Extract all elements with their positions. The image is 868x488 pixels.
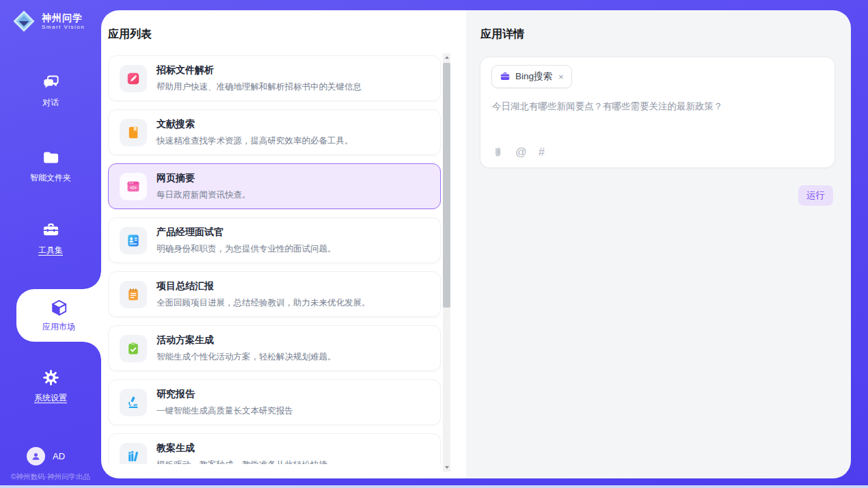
sidebar-item-toolbox[interactable]: 工具集	[0, 221, 101, 256]
app-card-desc: 模板驱动，教案秒成，教学准备从此轻松快捷	[157, 459, 327, 465]
web-code-icon	[120, 173, 147, 200]
user-profile[interactable]: AD	[27, 447, 65, 465]
app-card-title: 产品经理面试官	[157, 226, 336, 239]
paperclip-icon[interactable]	[492, 146, 504, 158]
tool-tag-label: Bing搜索	[515, 70, 552, 83]
sidebar-item-settings[interactable]: 系统设置	[0, 368, 101, 404]
app-card-literature[interactable]: 文献搜索 快速精准查找学术资源，提高研究效率的必备工具。	[108, 109, 441, 155]
run-button[interactable]: 运行	[798, 185, 833, 206]
edit-document-icon	[120, 65, 147, 92]
toolbox-icon	[42, 221, 60, 239]
app-card-web[interactable]: 网页摘要 每日政府新闻资讯快查。	[108, 163, 441, 209]
app-card-title: 研究报告	[157, 388, 293, 401]
app-detail-title: 应用详情	[480, 27, 524, 42]
sidebar-nav: 对话 智能文件夹 工具集 应用市场 系统设置	[0, 0, 101, 488]
app-card-desc: 智能生成个性化活动方案，轻松解决规划难题。	[157, 351, 336, 363]
user-initials: AD	[53, 451, 65, 461]
app-card-desc: 全面回顾项目进展，总结经验教训，助力未来优化发展。	[157, 297, 370, 309]
person-icon	[30, 450, 42, 462]
app-card-interview[interactable]: 产品经理面试官 明确身份和职责，为您提供专业性的面试问题。	[108, 217, 441, 263]
triangle-down-icon	[445, 466, 449, 469]
app-list-title: 应用列表	[108, 27, 152, 42]
content-area: 应用列表 招标文件解析 帮助用户快速、准确地理解和解析招标书中的关键信息 文献搜…	[101, 10, 851, 478]
app-card-lesson[interactable]: 教案生成 模板驱动，教案秒成，教学准备从此轻松快捷	[108, 433, 441, 464]
avatar[interactable]	[27, 447, 45, 465]
app-card-desc: 快速精准查找学术资源，提高研究效率的必备工具。	[157, 135, 353, 147]
notepad-icon	[120, 281, 147, 308]
interviewer-icon	[120, 227, 147, 254]
app-detail-panel: 应用详情 Bing搜索 × 今日湖北有哪些新闻要点？有哪些需要关注的最新政策？ …	[466, 10, 851, 478]
book-icon	[120, 119, 147, 146]
app-card-desc: 一键智能生成高质量长文本研究报告	[157, 405, 293, 417]
app-card-activity[interactable]: 活动方案生成 智能生成个性化活动方案，轻松解决规划难题。	[108, 325, 441, 371]
app-card-title: 招标文件解析	[157, 64, 362, 77]
at-mention-icon[interactable]: @	[515, 146, 527, 159]
app-card-title: 项目总结汇报	[157, 280, 370, 293]
app-card-summary[interactable]: 项目总结汇报 全面回顾项目进展，总结经验教训，助力未来优化发展。	[108, 271, 441, 317]
app-card-bid[interactable]: 招标文件解析 帮助用户快速、准确地理解和解析招标书中的关键信息	[108, 55, 441, 101]
app-list-panel: 应用列表 招标文件解析 帮助用户快速、准确地理解和解析招标书中的关键信息 文献搜…	[101, 10, 466, 478]
scrollbar-thumb[interactable]	[443, 63, 450, 308]
scroll-up-button[interactable]	[443, 53, 450, 62]
cube-icon	[50, 299, 68, 317]
sidebar: 神州问学 Smart Vision 对话 智能文件夹 工具集 应用市场 系统设置	[0, 0, 101, 488]
scrollbar[interactable]	[443, 53, 450, 472]
chat-bubbles-icon	[42, 73, 60, 92]
books-icon	[120, 443, 147, 465]
microscope-icon	[120, 389, 147, 416]
sidebar-footer: ©神州数码·神州问学出品	[0, 472, 101, 482]
close-icon[interactable]: ×	[558, 72, 564, 81]
hash-icon[interactable]: #	[539, 146, 545, 159]
app-card-desc: 每日政府新闻资讯快查。	[157, 189, 251, 201]
sidebar-item-market[interactable]: 应用市场	[16, 289, 101, 342]
app-card-list: 招标文件解析 帮助用户快速、准确地理解和解析招标书中的关键信息 文献搜索 快速精…	[108, 55, 441, 464]
app-card-title: 网页摘要	[157, 172, 251, 185]
app-card-title: 文献搜索	[157, 118, 353, 131]
query-card: Bing搜索 × 今日湖北有哪些新闻要点？有哪些需要关注的最新政策？ @ #	[480, 57, 835, 168]
attachment-toolbar: @ #	[492, 146, 545, 159]
briefcase-icon	[500, 71, 511, 82]
smart-folder-icon	[42, 148, 60, 167]
gear-icon	[42, 368, 60, 387]
sidebar-item-folder[interactable]: 智能文件夹	[0, 148, 101, 184]
query-input[interactable]: 今日湖北有哪些新闻要点？有哪些需要关注的最新政策？	[492, 100, 823, 113]
app-card-research[interactable]: 研究报告 一键智能生成高质量长文本研究报告	[108, 379, 441, 425]
app-card-desc: 帮助用户快速、准确地理解和解析招标书中的关键信息	[157, 81, 362, 93]
window-bottom-strip	[0, 485, 868, 488]
sidebar-item-chat[interactable]: 对话	[0, 73, 101, 109]
scroll-down-button[interactable]	[443, 463, 450, 472]
clipboard-check-icon	[120, 335, 147, 362]
tool-tag-bing-search[interactable]: Bing搜索 ×	[491, 65, 572, 88]
app-card-title: 活动方案生成	[157, 334, 336, 347]
app-card-title: 教案生成	[157, 442, 327, 455]
app-card-desc: 明确身份和职责，为您提供专业性的面试问题。	[157, 243, 336, 255]
triangle-up-icon	[445, 56, 449, 59]
